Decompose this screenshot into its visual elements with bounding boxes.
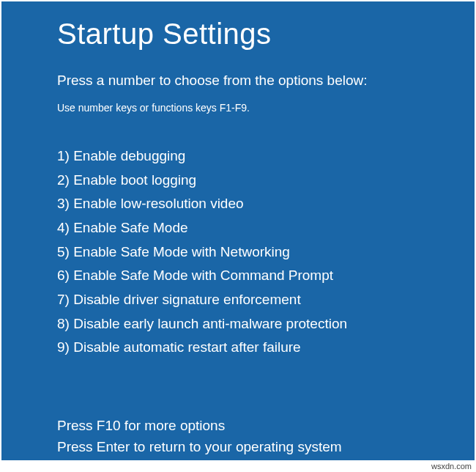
footer-instructions: Press F10 for more options Press Enter t… xyxy=(57,416,475,457)
subtitle-text: Press a number to choose from the option… xyxy=(57,73,475,89)
option-disable-driver-signature-enforcement[interactable]: 7) Disable driver signature enforcement xyxy=(57,288,475,312)
option-label: Enable low-resolution video xyxy=(73,196,243,211)
options-list: 1) Enable debugging 2) Enable boot loggi… xyxy=(57,144,475,360)
option-enable-safe-mode[interactable]: 4) Enable Safe Mode xyxy=(57,216,475,240)
option-enable-low-resolution-video[interactable]: 3) Enable low-resolution video xyxy=(57,192,475,216)
watermark-text: wsxdn.com xyxy=(431,462,472,471)
option-enable-safe-mode-command-prompt[interactable]: 6) Enable Safe Mode with Command Prompt xyxy=(57,264,475,288)
option-disable-automatic-restart[interactable]: 9) Disable automatic restart after failu… xyxy=(57,336,475,360)
option-label: Enable debugging xyxy=(73,148,185,163)
option-number: 5) xyxy=(57,244,70,259)
page-title: Startup Settings xyxy=(57,18,475,51)
option-label: Disable automatic restart after failure xyxy=(73,339,300,355)
option-label: Enable Safe Mode xyxy=(73,220,187,235)
option-number: 2) xyxy=(57,172,70,188)
option-label: Enable boot logging xyxy=(73,172,196,188)
option-label: Enable Safe Mode with Command Prompt xyxy=(73,268,333,283)
startup-settings-screen: Startup Settings Press a number to choos… xyxy=(1,1,475,460)
option-disable-early-launch-anti-malware[interactable]: 8) Disable early launch anti-malware pro… xyxy=(57,312,475,336)
option-number: 7) xyxy=(57,292,70,307)
option-number: 9) xyxy=(57,339,70,355)
option-enable-debugging[interactable]: 1) Enable debugging xyxy=(57,144,475,169)
hint-text: Use number keys or functions keys F1-F9. xyxy=(57,102,475,114)
option-label: Disable early launch anti-malware protec… xyxy=(73,316,347,331)
option-number: 4) xyxy=(57,220,70,235)
option-label: Enable Safe Mode with Networking xyxy=(73,244,290,259)
more-options-text: Press F10 for more options xyxy=(57,416,475,437)
option-number: 8) xyxy=(57,316,70,331)
option-label: Disable driver signature enforcement xyxy=(73,292,301,307)
return-text: Press Enter to return to your operating … xyxy=(57,437,475,458)
option-number: 1) xyxy=(57,148,70,163)
option-enable-boot-logging[interactable]: 2) Enable boot logging xyxy=(57,169,475,193)
option-number: 3) xyxy=(57,196,70,211)
option-number: 6) xyxy=(57,268,70,283)
option-enable-safe-mode-networking[interactable]: 5) Enable Safe Mode with Networking xyxy=(57,240,475,265)
